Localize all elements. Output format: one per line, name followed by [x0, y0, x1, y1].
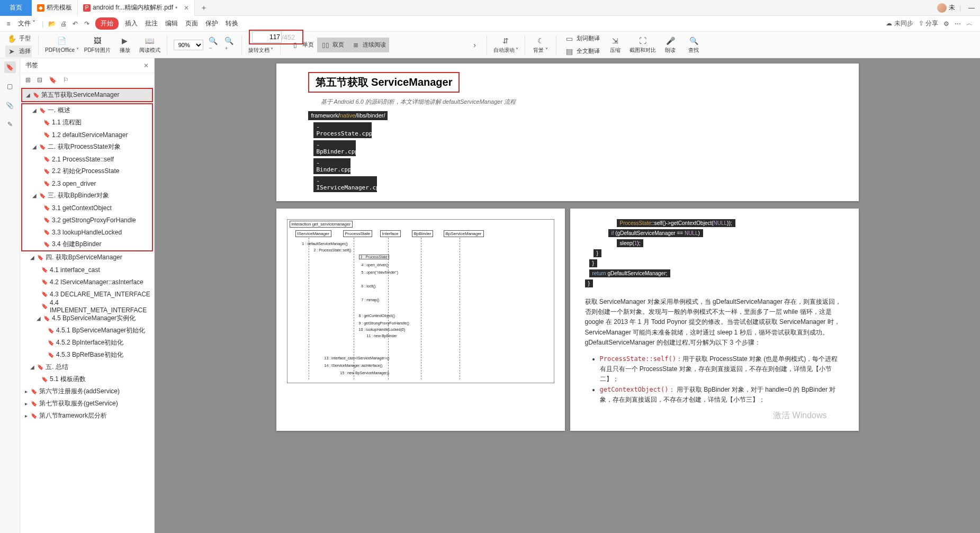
tree-node-4-5[interactable]: ◢🔖4.5 BpServiceManager实例化	[20, 312, 154, 324]
full-translate[interactable]: ▤全文翻译	[563, 46, 601, 57]
page-number-input[interactable]	[252, 31, 282, 43]
chevron-up-icon[interactable]: ︿	[966, 19, 973, 28]
menu-convert[interactable]: 转换	[222, 17, 241, 30]
left-rail: 🔖 ▢ 📎 ✎	[0, 58, 20, 533]
compress-button[interactable]: ⇲压缩	[606, 35, 624, 54]
sel-trans-icon: ▭	[564, 33, 574, 44]
read-mode[interactable]: 📖阅读模式	[139, 35, 160, 54]
tree-node-3[interactable]: ◢🔖三. 获取BpBinder对象	[22, 189, 152, 202]
close-icon[interactable]: ✕	[184, 4, 189, 12]
tree-node-1-2[interactable]: 🔖1.2 defaultServiceManager	[22, 129, 152, 141]
close-pane-icon[interactable]: ✕	[143, 62, 149, 69]
play-button[interactable]: ▶播放	[116, 35, 134, 54]
tree-node-4-1[interactable]: 🔖4.1 interface_cast	[20, 264, 154, 276]
menu-annotate[interactable]: 批注	[142, 17, 161, 30]
menu-insert[interactable]: 插入	[122, 17, 141, 30]
tree-node-5[interactable]: ◢🔖五. 总结	[20, 361, 154, 373]
bm-expand-icon[interactable]: ⊞	[25, 76, 31, 84]
select-tool[interactable]: ➤选择	[5, 46, 32, 57]
page-next-icon[interactable]: ›	[470, 40, 480, 50]
document-viewport[interactable]: 第五节获取 ServiceManager 基于 Android 6.0 的源码剖…	[155, 58, 980, 533]
attach-rail-icon[interactable]: 📎	[4, 100, 16, 111]
tree-node-2[interactable]: ◢🔖二. 获取ProcessState对象	[22, 141, 152, 153]
undo-icon[interactable]: ↶	[70, 19, 80, 29]
pdf-to-image[interactable]: 🖼PDF转图片	[84, 35, 111, 54]
new-tab-button[interactable]: ＋	[195, 3, 213, 13]
tree-node-4-5-1[interactable]: 🔖4.5.1 BpServiceManager初始化	[20, 324, 154, 337]
tree-node-2-1[interactable]: 🔖2.1 ProcessState::self	[22, 153, 152, 165]
bm-add-icon[interactable]: 🔖	[49, 76, 57, 84]
bm-flag-icon[interactable]: ⚐	[63, 76, 69, 84]
page-heading: 第五节获取 ServiceManager	[316, 76, 453, 88]
tts-icon: 🎤	[665, 35, 676, 46]
page-number-highlight: /452	[249, 30, 303, 44]
menu-icon[interactable]: ≡	[3, 19, 14, 29]
compress-icon: ⇲	[610, 35, 621, 46]
sel-translate[interactable]: ▭划词翻译	[563, 33, 601, 44]
menu-file[interactable]: 文件 ˅	[15, 17, 39, 30]
continuous-icon: ≣	[350, 40, 361, 50]
tree-node-4[interactable]: ◢🔖四. 获取BpServiceManager	[20, 251, 154, 264]
autoscroll-button[interactable]: ⇵自动滚动 ˅	[493, 35, 519, 54]
bookmark-rail-icon[interactable]: 🔖	[4, 61, 16, 73]
tree-node-section6[interactable]: ▸🔖第六节注册服务(addService)	[20, 385, 154, 398]
tree-node-4-4[interactable]: 🔖4.4 IMPLEMENT_META_INTERFACE	[20, 300, 154, 312]
tree-node-4-2[interactable]: 🔖4.2 IServiceManager::asInterface	[20, 276, 154, 288]
watermark: 激活 Windows	[773, 410, 826, 421]
tree-node-3-1[interactable]: 🔖3.1 getContextObject	[22, 202, 152, 214]
save-icon[interactable]: 🖨	[58, 19, 69, 29]
tree-node-1-1[interactable]: 🔖1.1 流程图	[22, 116, 152, 129]
tree-node-3-4[interactable]: 🔖3.4 创建BpBinder	[22, 238, 152, 250]
find-button[interactable]: 🔍查找	[685, 35, 703, 54]
tree-node-3-3[interactable]: 🔖3.3 lookupHandleLocked	[22, 226, 152, 238]
sign-rail-icon[interactable]: ✎	[4, 119, 16, 130]
tab-home[interactable]: 首页	[0, 0, 32, 16]
zoom-in-icon[interactable]: 🔍⁺	[224, 40, 235, 50]
menu-edit[interactable]: 编辑	[162, 17, 181, 30]
hand-tool[interactable]: ✋手型	[5, 33, 32, 44]
zoom-out-icon[interactable]: 🔍⁻	[209, 40, 219, 50]
window-minimize-icon[interactable]: —	[965, 4, 978, 12]
page-total: /452	[282, 33, 295, 41]
tree-node-section7[interactable]: ▸🔖第七节获取服务(getService)	[20, 398, 154, 410]
tree-node-2-2[interactable]: 🔖2.2 初始化ProcessState	[22, 165, 152, 177]
thumbnail-rail-icon[interactable]: ▢	[4, 80, 16, 92]
menu-protect[interactable]: 保护	[202, 17, 221, 30]
tree-node-section8[interactable]: ▸🔖第八节framework层分析	[20, 410, 154, 422]
user-short[interactable]: 未	[949, 3, 955, 12]
pdf-to-office[interactable]: 📄PDF转Office ˅	[45, 35, 79, 54]
tree-node-1[interactable]: ◢🔖一. 概述	[22, 104, 152, 116]
view-continuous[interactable]: ≣连续阅读	[347, 38, 389, 52]
page-subtitle: 基于 Android 6.0 的源码剖析，本文详细地讲解 defaultServ…	[321, 98, 827, 106]
double-page-icon: ▯▯	[320, 40, 331, 50]
tree-node-5-1[interactable]: 🔖5.1 模板函数	[20, 373, 154, 385]
tree-node-4-5-2[interactable]: 🔖4.5.2 BpInterface初始化	[20, 337, 154, 349]
background-button[interactable]: ☾背景 ˅	[532, 35, 550, 54]
tts-button[interactable]: 🎤朗读	[661, 35, 679, 54]
page-117: 第五节获取 ServiceManager 基于 Android 6.0 的源码剖…	[276, 64, 859, 201]
bookmark-tree: ◢🔖第五节获取ServiceManager ◢🔖一. 概述 🔖1.1 流程图 🔖…	[20, 87, 154, 533]
share-button[interactable]: ⇪ 分享	[919, 19, 938, 28]
open-icon[interactable]: 📂	[47, 19, 57, 29]
zoom-select[interactable]: 90%	[174, 40, 203, 50]
crop-compare-button[interactable]: ⛶截图和对比	[630, 35, 656, 54]
more-icon[interactable]: ⋯	[955, 20, 961, 28]
tree-node-2-3[interactable]: 🔖2.3 open_driver	[22, 177, 152, 189]
find-icon: 🔍	[688, 35, 699, 46]
pages-118-119: interaction get_servicemanager IServiceM…	[160, 209, 975, 431]
view-double[interactable]: ▯▯双页	[317, 38, 347, 52]
tree-node-section5[interactable]: ◢🔖第五节获取ServiceManager	[22, 89, 152, 101]
menu-page[interactable]: 页面	[182, 17, 201, 30]
bookmark-title: 书签	[25, 61, 38, 70]
settings-icon[interactable]: ⚙	[943, 20, 949, 28]
tree-node-3-2[interactable]: 🔖3.2 getStrongProxyForHandle	[22, 214, 152, 226]
menu-start[interactable]: 开始	[95, 17, 119, 30]
tree-node-4-5-3[interactable]: 🔖4.5.3 BpRefBase初始化	[20, 349, 154, 361]
tab-pdf[interactable]: P android fr...精编内核解析.pdf • ✕	[78, 0, 195, 16]
redo-icon[interactable]: ↷	[82, 19, 92, 29]
pdf-image-icon: 🖼	[92, 35, 103, 46]
tab-template[interactable]: ◆ 稻壳模板	[32, 0, 78, 16]
unsync-button[interactable]: ☁ 未同步	[886, 19, 913, 28]
bm-collapse-icon[interactable]: ⊟	[37, 76, 42, 84]
avatar[interactable]	[937, 3, 947, 13]
